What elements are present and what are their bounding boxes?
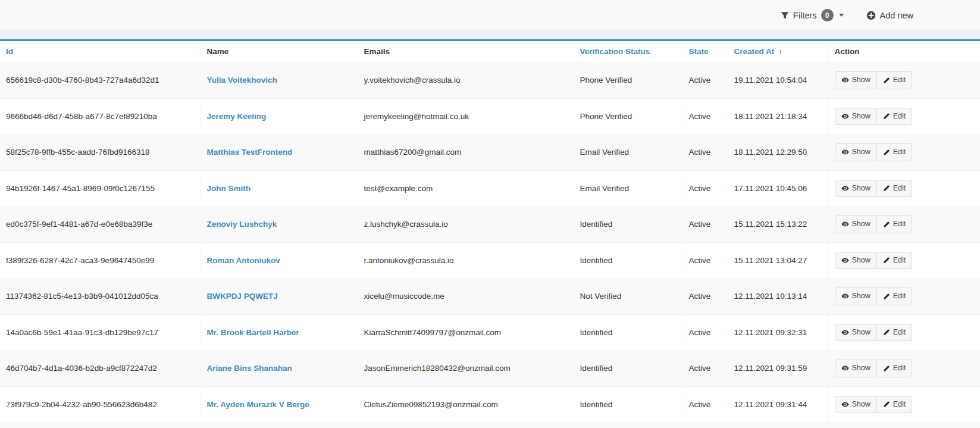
column-header-action: Action xyxy=(828,41,980,63)
client-name-link[interactable]: Mr. Ayden Murazik V Berge xyxy=(207,400,309,409)
pencil-icon xyxy=(883,329,890,336)
cell-name: Matthias TestFrontend xyxy=(201,135,358,171)
table-row: ca6f2eb6-57cf-4ce4-9843-daddde64653e Mar… xyxy=(0,423,980,428)
edit-button[interactable]: Edit xyxy=(876,252,913,270)
row-action-group: Show Edit xyxy=(835,252,913,270)
cell-action: Show Edit xyxy=(828,279,980,315)
client-name-link[interactable]: Roman Antoniukov xyxy=(207,256,280,265)
cell-action: Show Edit xyxy=(828,423,980,428)
cell-created-at: 12.11.2021 09:31:33 xyxy=(728,423,828,428)
cell-action: Show Edit xyxy=(828,207,980,243)
row-action-group: Show Edit xyxy=(835,71,913,89)
edit-button[interactable]: Edit xyxy=(876,143,913,161)
cell-state: Active xyxy=(682,423,728,428)
show-button[interactable]: Show xyxy=(835,360,877,377)
edit-button[interactable]: Edit xyxy=(876,360,913,377)
cell-email: xicelu@musiccode.me xyxy=(358,279,574,315)
cell-email: Dr.AntoneHand35446203@onzmail.com xyxy=(358,423,574,428)
pencil-icon xyxy=(883,365,890,372)
pencil-icon xyxy=(883,221,890,228)
top-toolbar: Filters 0 Add new xyxy=(0,0,980,31)
table-row: 656619c8-d30b-4760-8b43-727a4a6d32d1 Yul… xyxy=(0,63,980,99)
pencil-icon xyxy=(883,401,890,408)
cell-name: Yulia Voitekhovich xyxy=(201,63,358,99)
cell-email: y.voitekhovich@crassula.io xyxy=(358,63,574,99)
cell-action: Show Edit xyxy=(828,351,980,387)
row-action-group: Show Edit xyxy=(835,215,913,233)
edit-button[interactable]: Edit xyxy=(876,324,913,342)
cell-state: Active xyxy=(682,386,728,423)
client-name-link[interactable]: Jeremy Keeling xyxy=(207,112,267,121)
show-button[interactable]: Show xyxy=(835,71,877,89)
edit-button[interactable]: Edit xyxy=(876,108,913,126)
show-button[interactable]: Show xyxy=(835,288,877,305)
edit-button[interactable]: Edit xyxy=(876,396,913,414)
show-button[interactable]: Show xyxy=(835,396,877,414)
show-button[interactable]: Show xyxy=(835,215,877,233)
plus-circle-icon xyxy=(866,11,876,20)
show-button[interactable]: Show xyxy=(835,143,877,161)
cell-id: 73f979c9-2b04-4232-ab90-556623d6b482 xyxy=(0,386,201,423)
cell-id: ed0c375f-9ef1-4481-a67d-e0e68ba39f3e xyxy=(0,207,201,243)
cell-email: CletusZieme09852193@onzmail.com xyxy=(358,386,574,423)
client-name-link[interactable]: Zenoviy Lushchyk xyxy=(207,220,277,229)
cell-email: matthias67200@gmail.com xyxy=(358,135,574,171)
cell-created-at: 18.11.2021 12:29:50 xyxy=(728,135,828,171)
sort-asc-arrow-icon: ↑ xyxy=(778,47,782,56)
cell-created-at: 15.11.2021 13:04:27 xyxy=(728,242,828,279)
edit-button[interactable]: Edit xyxy=(876,288,913,305)
cell-name: Mr. Brook Bartell Harber xyxy=(201,314,358,351)
cell-email: r.antoniukov@crassula.io xyxy=(358,242,574,279)
show-button[interactable]: Show xyxy=(835,180,877,198)
cell-created-at: 12.11.2021 09:32:31 xyxy=(728,314,828,351)
show-button[interactable]: Show xyxy=(835,252,877,270)
add-new-button[interactable]: Add new xyxy=(866,11,913,20)
cell-verification-status: Identified xyxy=(574,314,682,351)
column-header-created-at[interactable]: Created At↑ xyxy=(728,41,828,63)
cell-name: BWKPDJ PQWETJ xyxy=(201,279,358,315)
pencil-icon xyxy=(883,113,890,120)
pencil-icon xyxy=(883,185,890,192)
cell-verification-status: Identified xyxy=(574,423,682,428)
edit-button[interactable]: Edit xyxy=(876,215,913,233)
cell-action: Show Edit xyxy=(828,63,980,99)
add-new-label: Add new xyxy=(880,11,913,20)
eye-icon xyxy=(841,364,849,372)
filter-icon xyxy=(781,11,789,20)
pencil-icon xyxy=(883,293,890,300)
edit-button[interactable]: Edit xyxy=(876,180,913,198)
cell-id: ca6f2eb6-57cf-4ce4-9843-daddde64653e xyxy=(0,423,201,428)
cell-name: Ariane Bins Shanahan xyxy=(201,351,358,387)
client-name-link[interactable]: John Smith xyxy=(207,184,251,193)
column-header-id[interactable]: Id xyxy=(0,41,201,63)
cell-id: 656619c8-d30b-4760-8b43-727a4a6d32d1 xyxy=(0,63,201,99)
cell-id: 46d704b7-4d1a-4036-b2db-a9cf872247d2 xyxy=(0,351,201,387)
column-header-verification-status[interactable]: Verification Status xyxy=(574,41,682,63)
row-action-group: Show Edit xyxy=(835,108,913,126)
client-name-link[interactable]: Mr. Brook Bartell Harber xyxy=(207,328,299,337)
client-name-link[interactable]: Yulia Voitekhovich xyxy=(207,76,277,85)
cell-name: Jeremy Keeling xyxy=(201,98,358,135)
edit-button[interactable]: Edit xyxy=(876,71,913,89)
cell-verification-status: Not Verified xyxy=(574,279,682,315)
show-button[interactable]: Show xyxy=(835,108,877,126)
eye-icon xyxy=(841,76,849,84)
show-button[interactable]: Show xyxy=(835,324,877,342)
row-action-group: Show Edit xyxy=(835,360,913,377)
cell-action: Show Edit xyxy=(828,314,980,351)
client-name-link[interactable]: BWKPDJ PQWETJ xyxy=(207,292,278,301)
filters-dropdown-button[interactable]: Filters 0 xyxy=(781,9,843,21)
eye-icon xyxy=(841,257,849,264)
cell-verification-status: Identified xyxy=(574,351,682,387)
client-name-link[interactable]: Ariane Bins Shanahan xyxy=(207,364,292,373)
pencil-icon xyxy=(883,77,890,84)
cell-email: test@example.com xyxy=(358,170,574,207)
cell-email: JasonEmmerich18280432@onzmail.com xyxy=(358,351,574,387)
row-action-group: Show Edit xyxy=(835,288,913,305)
cell-id: 9666bd46-d6d7-458b-a677-8c7ef89210ba xyxy=(0,98,201,135)
table-row: 11374362-81c5-4e13-b3b9-041012dd05ca BWK… xyxy=(0,279,980,315)
row-action-group: Show Edit xyxy=(835,180,913,198)
column-header-state[interactable]: State xyxy=(682,41,728,63)
filters-count-badge: 0 xyxy=(821,9,834,21)
client-name-link[interactable]: Matthias TestFrontend xyxy=(207,148,293,157)
